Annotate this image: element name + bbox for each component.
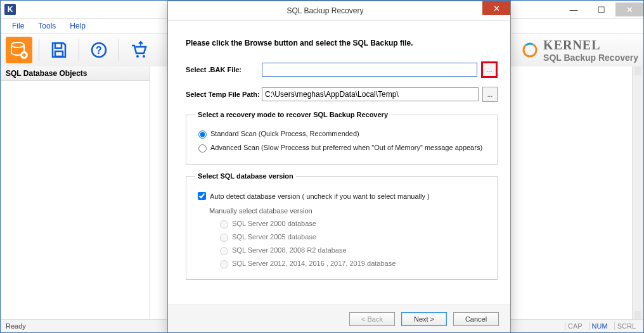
dialog-instruction: Please click the Browse button and selec… bbox=[186, 39, 498, 47]
version-option-2008[interactable]: SQL Server 2008, 2008 R2 database bbox=[217, 245, 488, 255]
standard-scan-label: Standard Scan (Quick Process, Recommende… bbox=[210, 130, 359, 137]
version-option-2000[interactable]: SQL Server 2000 database bbox=[217, 218, 488, 229]
recovery-mode-group: Select a recovery mode to recover SQL Ba… bbox=[186, 111, 498, 165]
caps-indicator: CAP bbox=[565, 322, 585, 330]
database-add-icon bbox=[10, 41, 29, 60]
dialog-buttons: < Back Next > Cancel bbox=[168, 305, 510, 333]
brand-name: KERNEL bbox=[543, 38, 638, 53]
svg-rect-2 bbox=[55, 43, 61, 48]
svg-point-6 bbox=[136, 55, 139, 58]
version-label: SQL Server 2000 database bbox=[232, 220, 316, 227]
cart-icon bbox=[129, 41, 148, 60]
scrl-indicator: SCRL bbox=[614, 322, 638, 330]
toolbar-separator bbox=[79, 39, 79, 61]
temp-path-label: Select Temp File Path: bbox=[186, 91, 262, 98]
dialog-close-button[interactable]: ✕ bbox=[482, 1, 510, 15]
version-label: SQL Server 2008, 2008 R2 database bbox=[232, 246, 347, 254]
open-button[interactable] bbox=[6, 37, 32, 63]
left-pane-body bbox=[1, 81, 150, 320]
cancel-button[interactable]: Cancel bbox=[453, 312, 499, 326]
svg-rect-3 bbox=[55, 51, 63, 56]
window-controls: — ☐ ✕ bbox=[560, 3, 643, 16]
left-pane-header: SQL Database Objects bbox=[1, 66, 150, 81]
version-label: SQL Server 2012, 2014, 2016 , 2017, 2019… bbox=[232, 260, 396, 267]
svg-text:?: ? bbox=[96, 45, 102, 56]
brand-product: SQL Backup Recovery bbox=[543, 53, 638, 63]
status-text: Ready bbox=[6, 322, 26, 330]
bak-file-row: Select .BAK File: ... bbox=[186, 61, 498, 78]
next-button[interactable]: Next > bbox=[401, 312, 447, 326]
svg-point-0 bbox=[11, 42, 24, 47]
brand-icon bbox=[522, 42, 538, 58]
help-icon: ? bbox=[90, 41, 108, 59]
bak-file-input[interactable] bbox=[262, 63, 477, 77]
back-button[interactable]: < Back bbox=[349, 312, 395, 326]
dialog-title: SQL Backup Recovery bbox=[168, 6, 482, 15]
bak-file-label: Select .BAK File: bbox=[186, 66, 262, 73]
auto-detect-option[interactable]: Auto detect database version ( uncheck i… bbox=[195, 190, 488, 202]
save-icon bbox=[50, 41, 68, 59]
version-option-2005[interactable]: SQL Server 2005 database bbox=[217, 232, 488, 242]
version-radio[interactable] bbox=[220, 260, 228, 268]
version-radio[interactable] bbox=[220, 220, 228, 229]
db-version-group: Select SQL database version Auto detect … bbox=[186, 172, 498, 280]
bak-browse-button[interactable]: ... bbox=[481, 61, 498, 78]
save-button[interactable] bbox=[46, 37, 72, 63]
advanced-scan-radio[interactable] bbox=[198, 144, 207, 153]
close-button[interactable]: ✕ bbox=[615, 3, 643, 16]
maximize-button[interactable]: ☐ bbox=[588, 3, 615, 16]
menu-file[interactable]: File bbox=[7, 20, 29, 32]
db-version-legend: Select SQL database version bbox=[195, 172, 296, 180]
auto-detect-label: Auto detect database version ( uncheck i… bbox=[210, 192, 430, 200]
help-button[interactable]: ? bbox=[86, 37, 112, 63]
app-icon: K bbox=[4, 4, 16, 15]
advanced-scan-label: Advanced Scan (Slow Proccess but preferr… bbox=[210, 144, 482, 151]
temp-browse-button[interactable]: ... bbox=[482, 87, 498, 102]
menu-help[interactable]: Help bbox=[65, 20, 91, 32]
auto-detect-checkbox[interactable] bbox=[198, 192, 206, 200]
vertical-scrollbar[interactable] bbox=[632, 66, 643, 320]
toolbar-separator bbox=[39, 39, 39, 61]
version-label: SQL Server 2005 database bbox=[232, 233, 316, 241]
version-option-2012plus[interactable]: SQL Server 2012, 2014, 2016 , 2017, 2019… bbox=[217, 258, 488, 268]
manual-select-label: Manually select database version bbox=[209, 207, 488, 215]
num-indicator: NUM bbox=[589, 322, 610, 330]
advanced-scan-option[interactable]: Advanced Scan (Slow Proccess but preferr… bbox=[195, 142, 488, 153]
sql-backup-recovery-dialog: SQL Backup Recovery ✕ Please click the B… bbox=[167, 1, 511, 333]
minimize-button[interactable]: — bbox=[560, 3, 588, 16]
left-pane: SQL Database Objects bbox=[1, 66, 150, 320]
menu-tools[interactable]: Tools bbox=[33, 20, 61, 32]
recovery-mode-legend: Select a recovery mode to recover SQL Ba… bbox=[195, 111, 390, 118]
toolbar-separator bbox=[119, 39, 119, 61]
brand: KERNEL SQL Backup Recovery bbox=[522, 38, 638, 63]
dialog-titlebar: SQL Backup Recovery ✕ bbox=[168, 1, 510, 21]
standard-scan-radio[interactable] bbox=[198, 130, 207, 139]
version-radio[interactable] bbox=[220, 247, 228, 255]
standard-scan-option[interactable]: Standard Scan (Quick Process, Recommende… bbox=[195, 129, 488, 139]
svg-point-8 bbox=[524, 44, 536, 56]
main-window: K — ☐ ✕ File Tools Help ? KERNEL bbox=[0, 0, 644, 333]
temp-path-row: Select Temp File Path: ... bbox=[186, 87, 498, 102]
svg-point-7 bbox=[143, 55, 145, 58]
version-radio[interactable] bbox=[220, 234, 228, 242]
status-indicators: CAP NUM SCRL bbox=[565, 322, 638, 330]
buy-button[interactable] bbox=[126, 37, 152, 63]
temp-path-input[interactable] bbox=[262, 87, 479, 101]
dialog-body: Please click the Browse button and selec… bbox=[168, 21, 510, 280]
